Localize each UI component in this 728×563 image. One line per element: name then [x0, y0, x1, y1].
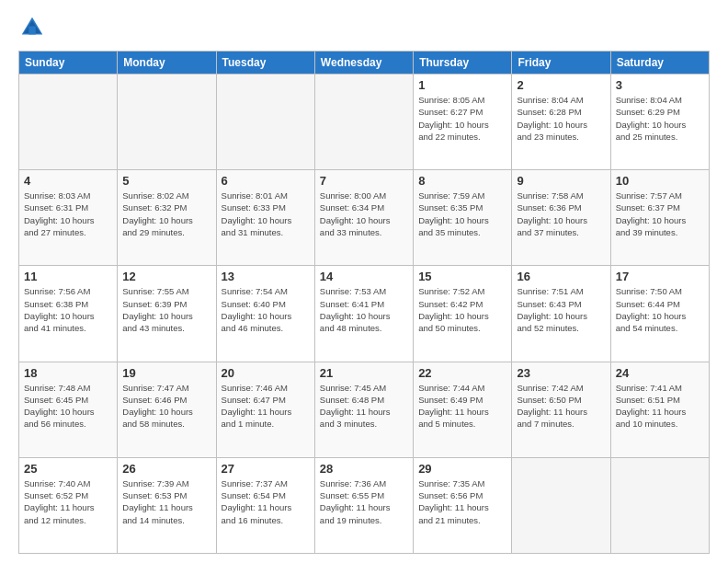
- day-number: 29: [418, 462, 506, 476]
- header: [18, 14, 710, 41]
- day-info: Sunrise: 7:55 AMSunset: 6:39 PMDaylight:…: [122, 285, 210, 334]
- day-info: Sunrise: 7:58 AMSunset: 6:36 PMDaylight:…: [517, 190, 605, 238]
- calendar-cell: [610, 457, 709, 553]
- day-info: Sunrise: 7:53 AMSunset: 6:41 PMDaylight:…: [320, 285, 408, 334]
- calendar-cell: 5Sunrise: 8:02 AMSunset: 6:32 PMDaylight…: [118, 170, 216, 266]
- day-number: 7: [320, 174, 408, 188]
- day-info: Sunrise: 7:57 AMSunset: 6:37 PMDaylight:…: [616, 190, 704, 238]
- calendar-cell: 7Sunrise: 8:00 AMSunset: 6:34 PMDaylight…: [314, 170, 413, 266]
- calendar-cell: 26Sunrise: 7:39 AMSunset: 6:53 PMDayligh…: [118, 457, 216, 553]
- day-info: Sunrise: 7:40 AMSunset: 6:52 PMDaylight:…: [24, 477, 112, 526]
- calendar-cell: [19, 75, 118, 170]
- calendar-cell: 16Sunrise: 7:51 AMSunset: 6:43 PMDayligh…: [512, 266, 610, 362]
- day-number: 5: [122, 174, 210, 188]
- day-info: Sunrise: 8:04 AMSunset: 6:28 PMDaylight:…: [517, 94, 605, 143]
- day-number: 28: [320, 462, 408, 476]
- calendar-cell: [512, 457, 610, 553]
- calendar-cell: 6Sunrise: 8:01 AMSunset: 6:33 PMDaylight…: [216, 170, 314, 266]
- day-info: Sunrise: 7:51 AMSunset: 6:43 PMDaylight:…: [517, 285, 605, 334]
- calendar-cell: [118, 75, 216, 170]
- calendar-cell: 15Sunrise: 7:52 AMSunset: 6:42 PMDayligh…: [414, 266, 512, 362]
- calendar-header-monday: Monday: [118, 52, 216, 75]
- calendar-header-friday: Friday: [512, 52, 610, 75]
- calendar-header-tuesday: Tuesday: [216, 52, 314, 75]
- calendar-week-1: 1Sunrise: 8:05 AMSunset: 6:27 PMDaylight…: [19, 75, 710, 170]
- calendar-week-4: 18Sunrise: 7:48 AMSunset: 6:45 PMDayligh…: [19, 362, 710, 457]
- logo: [18, 14, 50, 41]
- calendar-cell: 21Sunrise: 7:45 AMSunset: 6:48 PMDayligh…: [314, 362, 413, 457]
- day-number: 4: [24, 174, 112, 188]
- day-info: Sunrise: 7:36 AMSunset: 6:55 PMDaylight:…: [320, 477, 408, 526]
- calendar-cell: 24Sunrise: 7:41 AMSunset: 6:51 PMDayligh…: [610, 362, 709, 457]
- calendar-header-wednesday: Wednesday: [314, 52, 413, 75]
- calendar-cell: 14Sunrise: 7:53 AMSunset: 6:41 PMDayligh…: [314, 266, 413, 362]
- day-info: Sunrise: 8:04 AMSunset: 6:29 PMDaylight:…: [616, 94, 704, 143]
- calendar-week-2: 4Sunrise: 8:03 AMSunset: 6:31 PMDaylight…: [19, 170, 710, 266]
- day-info: Sunrise: 7:44 AMSunset: 6:49 PMDaylight:…: [418, 382, 506, 431]
- day-info: Sunrise: 8:02 AMSunset: 6:32 PMDaylight:…: [122, 190, 210, 238]
- calendar-cell: 27Sunrise: 7:37 AMSunset: 6:54 PMDayligh…: [216, 457, 314, 553]
- day-info: Sunrise: 7:37 AMSunset: 6:54 PMDaylight:…: [222, 477, 310, 526]
- day-info: Sunrise: 8:05 AMSunset: 6:27 PMDaylight:…: [418, 94, 506, 143]
- day-info: Sunrise: 7:48 AMSunset: 6:45 PMDaylight:…: [24, 382, 112, 431]
- day-info: Sunrise: 7:35 AMSunset: 6:56 PMDaylight:…: [418, 477, 506, 526]
- day-number: 2: [517, 78, 605, 92]
- day-info: Sunrise: 7:54 AMSunset: 6:40 PMDaylight:…: [222, 285, 310, 334]
- calendar-cell: 23Sunrise: 7:42 AMSunset: 6:50 PMDayligh…: [512, 362, 610, 457]
- calendar-header-saturday: Saturday: [610, 52, 709, 75]
- day-info: Sunrise: 7:52 AMSunset: 6:42 PMDaylight:…: [418, 285, 506, 334]
- day-number: 11: [24, 270, 112, 283]
- calendar-cell: 8Sunrise: 7:59 AMSunset: 6:35 PMDaylight…: [414, 170, 512, 266]
- day-number: 24: [616, 366, 704, 380]
- day-number: 25: [24, 462, 112, 476]
- day-info: Sunrise: 7:46 AMSunset: 6:47 PMDaylight:…: [222, 382, 310, 431]
- day-info: Sunrise: 8:00 AMSunset: 6:34 PMDaylight:…: [320, 190, 408, 238]
- calendar-week-3: 11Sunrise: 7:56 AMSunset: 6:38 PMDayligh…: [19, 266, 710, 362]
- day-number: 26: [122, 462, 210, 476]
- calendar-cell: 28Sunrise: 7:36 AMSunset: 6:55 PMDayligh…: [314, 457, 413, 553]
- day-number: 6: [222, 174, 310, 188]
- calendar-cell: [216, 75, 314, 170]
- calendar-cell: 20Sunrise: 7:46 AMSunset: 6:47 PMDayligh…: [216, 362, 314, 457]
- calendar-cell: 29Sunrise: 7:35 AMSunset: 6:56 PMDayligh…: [414, 457, 512, 553]
- day-info: Sunrise: 7:42 AMSunset: 6:50 PMDaylight:…: [517, 382, 605, 431]
- day-number: 14: [320, 270, 408, 283]
- day-number: 27: [222, 462, 310, 476]
- day-number: 9: [517, 174, 605, 188]
- day-number: 15: [418, 270, 506, 283]
- day-number: 21: [320, 366, 408, 380]
- day-number: 17: [616, 270, 704, 283]
- calendar-cell: 11Sunrise: 7:56 AMSunset: 6:38 PMDayligh…: [19, 266, 118, 362]
- day-number: 19: [122, 366, 210, 380]
- calendar-header-sunday: Sunday: [19, 52, 118, 75]
- calendar-table: SundayMondayTuesdayWednesdayThursdayFrid…: [18, 51, 710, 554]
- calendar-cell: 12Sunrise: 7:55 AMSunset: 6:39 PMDayligh…: [118, 266, 216, 362]
- day-number: 3: [616, 78, 704, 92]
- day-info: Sunrise: 7:41 AMSunset: 6:51 PMDaylight:…: [616, 382, 704, 431]
- day-info: Sunrise: 7:47 AMSunset: 6:46 PMDaylight:…: [122, 382, 210, 431]
- calendar-cell: 4Sunrise: 8:03 AMSunset: 6:31 PMDaylight…: [19, 170, 118, 266]
- calendar-cell: 18Sunrise: 7:48 AMSunset: 6:45 PMDayligh…: [19, 362, 118, 457]
- day-number: 16: [517, 270, 605, 283]
- day-info: Sunrise: 7:39 AMSunset: 6:53 PMDaylight:…: [122, 477, 210, 526]
- logo-icon: [18, 14, 46, 41]
- calendar-cell: 2Sunrise: 8:04 AMSunset: 6:28 PMDaylight…: [512, 75, 610, 170]
- calendar-header-row: SundayMondayTuesdayWednesdayThursdayFrid…: [19, 52, 710, 75]
- day-info: Sunrise: 7:50 AMSunset: 6:44 PMDaylight:…: [616, 285, 704, 334]
- day-number: 20: [222, 366, 310, 380]
- day-info: Sunrise: 7:56 AMSunset: 6:38 PMDaylight:…: [24, 285, 112, 334]
- day-number: 10: [616, 174, 704, 188]
- calendar-cell: 13Sunrise: 7:54 AMSunset: 6:40 PMDayligh…: [216, 266, 314, 362]
- calendar-cell: 19Sunrise: 7:47 AMSunset: 6:46 PMDayligh…: [118, 362, 216, 457]
- calendar-cell: 1Sunrise: 8:05 AMSunset: 6:27 PMDaylight…: [414, 75, 512, 170]
- day-number: 23: [517, 366, 605, 380]
- day-number: 22: [418, 366, 506, 380]
- page: SundayMondayTuesdayWednesdayThursdayFrid…: [0, 0, 728, 563]
- calendar-cell: 9Sunrise: 7:58 AMSunset: 6:36 PMDaylight…: [512, 170, 610, 266]
- day-number: 1: [418, 78, 506, 92]
- svg-rect-2: [28, 27, 36, 35]
- day-number: 8: [418, 174, 506, 188]
- day-number: 13: [222, 270, 310, 283]
- calendar-week-5: 25Sunrise: 7:40 AMSunset: 6:52 PMDayligh…: [19, 457, 710, 553]
- calendar-cell: 25Sunrise: 7:40 AMSunset: 6:52 PMDayligh…: [19, 457, 118, 553]
